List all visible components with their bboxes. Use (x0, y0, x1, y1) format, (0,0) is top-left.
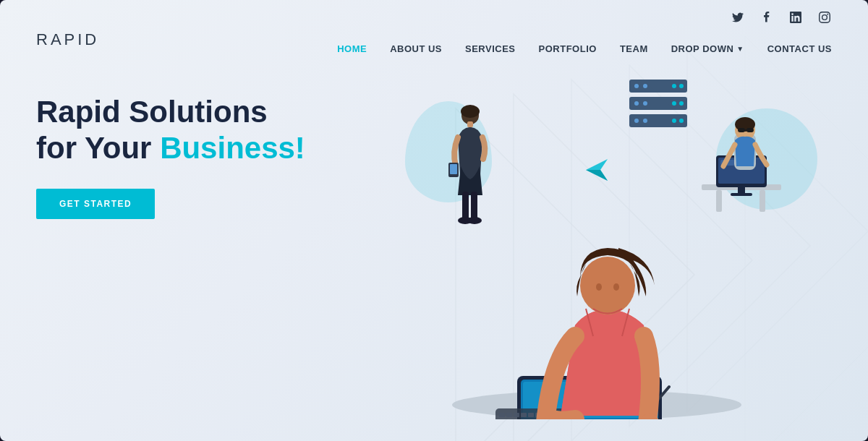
svg-point-73 (596, 283, 602, 291)
svg-marker-22 (586, 170, 608, 181)
chevron-down-icon: ▼ (736, 45, 744, 53)
svg-rect-25 (467, 121, 473, 127)
svg-rect-55 (528, 413, 534, 417)
svg-rect-38 (731, 193, 752, 196)
svg-point-15 (679, 101, 684, 106)
svg-rect-43 (738, 128, 745, 132)
server-group (629, 80, 687, 127)
svg-rect-27 (450, 164, 457, 174)
nav-services[interactable]: SERVICES (465, 43, 516, 54)
svg-point-9 (672, 84, 676, 88)
svg-rect-29 (471, 192, 477, 220)
svg-point-10 (679, 84, 684, 88)
svg-point-20 (679, 119, 684, 123)
svg-rect-34 (760, 190, 765, 212)
nav-about[interactable]: ABOUT US (390, 43, 442, 54)
svg-point-12 (634, 101, 639, 106)
nav-home[interactable]: HOME (337, 43, 367, 54)
nav-team[interactable]: TEAM (620, 43, 648, 54)
person-at-computer (702, 117, 781, 212)
svg-point-17 (634, 119, 639, 123)
page: RAPID HOME ABOUT US SERVICES PORTFOLIO T… (0, 0, 868, 441)
paper-plane (586, 159, 608, 181)
nav-contact[interactable]: CONTACT US (767, 43, 832, 54)
nav-dropdown[interactable]: DROP DOWN ▼ (671, 43, 744, 54)
hero-title-highlight: Business! (160, 131, 305, 165)
hero-title-line2-plain: for Your (36, 131, 160, 165)
nav-dropdown-label: DROP DOWN (671, 43, 734, 54)
svg-rect-52 (506, 413, 512, 417)
hero-section: Rapid Solutions for Your Business! GET S… (36, 94, 305, 219)
nav-portfolio[interactable]: PORTFOLIO (539, 43, 597, 54)
get-started-button[interactable]: GET STARTED (36, 189, 155, 219)
svg-rect-37 (738, 187, 745, 193)
svg-point-7 (634, 84, 639, 88)
svg-point-74 (613, 283, 619, 291)
logo: RAPID (36, 30, 99, 49)
hero-title: Rapid Solutions for Your Business! (36, 94, 305, 167)
hero-title-line1: Rapid Solutions (36, 95, 268, 129)
svg-point-18 (643, 119, 647, 123)
person-standing (448, 105, 485, 224)
screen-wrapper: RAPID HOME ABOUT US SERVICES PORTFOLIO T… (0, 0, 868, 441)
svg-point-13 (643, 101, 647, 106)
svg-rect-54 (521, 413, 527, 417)
svg-point-31 (467, 217, 482, 224)
svg-point-14 (672, 101, 676, 106)
svg-rect-53 (514, 413, 519, 417)
svg-rect-44 (746, 128, 754, 132)
svg-rect-28 (462, 192, 469, 220)
svg-rect-33 (716, 190, 722, 212)
svg-point-72 (580, 257, 635, 314)
svg-rect-51 (499, 413, 505, 417)
person-at-desk (452, 248, 741, 419)
svg-point-24 (461, 105, 480, 118)
svg-point-8 (643, 84, 647, 88)
nav: HOME ABOUT US SERVICES PORTFOLIO TEAM DR… (337, 43, 832, 54)
svg-point-19 (672, 119, 676, 123)
hero-illustration (391, 65, 825, 419)
illustration-svg (391, 65, 825, 419)
